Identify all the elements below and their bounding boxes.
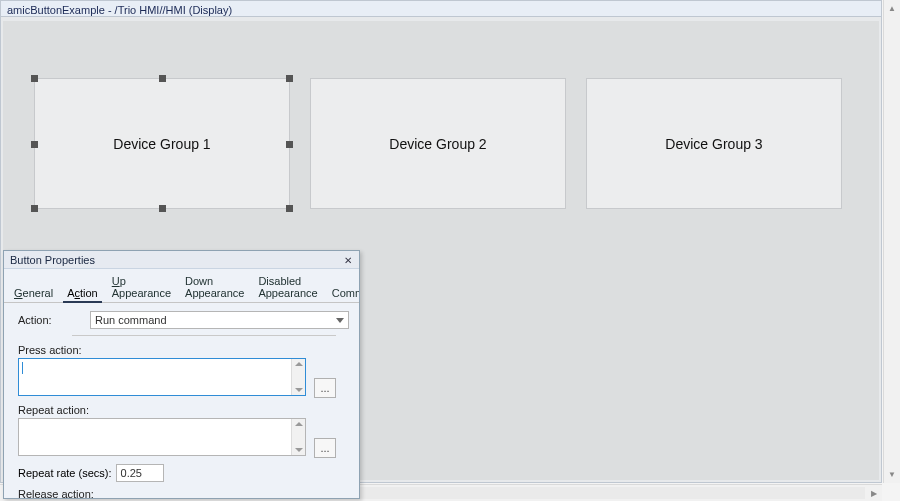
tab-action[interactable]: Action <box>63 285 102 302</box>
resize-handle-n[interactable] <box>159 75 166 82</box>
repeat-action-input[interactable] <box>18 418 306 456</box>
action-dropdown[interactable]: Run command <box>90 311 349 329</box>
scroll-up-icon[interactable]: ▲ <box>884 0 900 17</box>
repeat-action-browse-button[interactable]: ... <box>314 438 336 458</box>
resize-handle-w[interactable] <box>31 141 38 148</box>
device-group-label: Device Group 1 <box>113 136 210 152</box>
resize-handle-sw[interactable] <box>31 205 38 212</box>
device-group-button-1[interactable]: Device Group 1 <box>34 78 290 209</box>
close-icon: ✕ <box>344 255 352 266</box>
press-action-browse-button[interactable]: ... <box>314 378 336 398</box>
dialog-close-button[interactable]: ✕ <box>341 253 355 267</box>
divider <box>72 335 336 336</box>
ellipsis-icon: ... <box>320 382 329 394</box>
dialog-title: Button Properties <box>10 254 95 266</box>
tab-common[interactable]: Common <box>328 285 360 302</box>
ellipsis-icon: ... <box>320 442 329 454</box>
window-title-bar: amicButtonExample - /Trio HMI//HMI (Disp… <box>1 1 881 17</box>
text-caret <box>22 362 23 374</box>
vertical-scrollbar[interactable]: ▲ ▼ <box>883 0 900 483</box>
repeat-rate-label: Repeat rate (secs): <box>18 467 112 479</box>
repeat-rate-value: 0.25 <box>121 467 142 479</box>
resize-handle-ne[interactable] <box>286 75 293 82</box>
textarea-scrollbar[interactable] <box>291 359 305 395</box>
press-action-label: Press action: <box>18 344 349 356</box>
scroll-down-icon[interactable]: ▼ <box>884 466 900 483</box>
device-group-label: Device Group 3 <box>665 136 762 152</box>
button-properties-dialog: Button Properties ✕ General Action Up Ap… <box>3 250 360 499</box>
window-title: amicButtonExample - /Trio HMI//HMI (Disp… <box>7 4 232 16</box>
tab-general[interactable]: General <box>10 285 57 302</box>
press-action-input[interactable] <box>18 358 306 396</box>
resize-handle-e[interactable] <box>286 141 293 148</box>
action-label: Action: <box>18 314 90 326</box>
action-dropdown-value: Run command <box>95 314 167 326</box>
resize-handle-nw[interactable] <box>31 75 38 82</box>
release-action-label: Release action: <box>18 488 349 499</box>
tab-disabled-appearance[interactable]: Disabled Appearance <box>254 273 321 302</box>
tab-down-appearance[interactable]: Down Appearance <box>181 273 248 302</box>
dialog-tabs: General Action Up Appearance Down Appear… <box>4 269 359 303</box>
dialog-body: Action: Run command Press action: ... Re… <box>4 303 359 499</box>
repeat-rate-input[interactable]: 0.25 <box>116 464 164 482</box>
textarea-scrollbar[interactable] <box>291 419 305 455</box>
dialog-titlebar[interactable]: Button Properties ✕ <box>4 251 359 269</box>
resize-handle-se[interactable] <box>286 205 293 212</box>
tab-up-appearance[interactable]: Up Appearance <box>108 273 175 302</box>
device-group-button-2[interactable]: Device Group 2 <box>310 78 566 209</box>
resize-handle-s[interactable] <box>159 205 166 212</box>
device-group-label: Device Group 2 <box>389 136 486 152</box>
scroll-track[interactable] <box>357 487 865 499</box>
repeat-action-label: Repeat action: <box>18 404 349 416</box>
device-group-button-3[interactable]: Device Group 3 <box>586 78 842 209</box>
scroll-right-icon[interactable]: ▶ <box>865 485 882 501</box>
